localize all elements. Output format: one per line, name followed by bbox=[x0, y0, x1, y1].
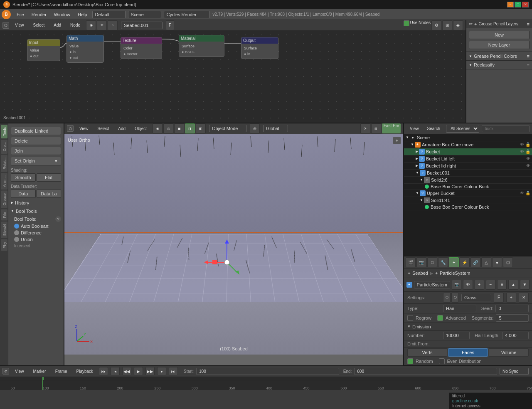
ps-camera-icon[interactable]: 📷 bbox=[452, 280, 461, 290]
join-button[interactable]: Join bbox=[11, 147, 61, 155]
random-check[interactable] bbox=[407, 358, 413, 364]
outliner-bucket-lid-right[interactable]: ▶ ▽ Bucket lid right 👁 bbox=[404, 163, 532, 170]
node-object-name[interactable]: Seabed.001 bbox=[121, 22, 163, 29]
scene-selector[interactable]: Scene bbox=[128, 11, 161, 18]
prop-icon-object[interactable]: □ bbox=[427, 257, 437, 267]
ps-eye-icon[interactable]: 👁 bbox=[463, 280, 473, 290]
delete-button[interactable]: Delete bbox=[11, 137, 61, 145]
object-menu[interactable]: Object bbox=[131, 126, 150, 132]
hair-length-field[interactable]: 4.000 bbox=[502, 332, 529, 339]
start-field[interactable]: 100 bbox=[196, 368, 339, 375]
draw-icon-1[interactable]: ◉ bbox=[153, 123, 163, 133]
regrow-check[interactable] bbox=[407, 315, 413, 321]
emit-volume-btn[interactable]: Volume bbox=[489, 348, 529, 357]
data-la-button[interactable]: Data La bbox=[37, 190, 62, 198]
play-button[interactable]: ▶ bbox=[134, 367, 143, 375]
outliner-upper-bucket[interactable]: ▼ ▽ Upper Bucket 👁 🔒 bbox=[404, 190, 532, 197]
outliner-solid26[interactable]: ▼ ○ Solid2:6 bbox=[404, 177, 532, 184]
gp-new-button[interactable]: New bbox=[469, 31, 530, 39]
close-button[interactable]: ✕ bbox=[522, 2, 529, 7]
minimize-button[interactable]: − bbox=[507, 2, 514, 7]
view-menu[interactable]: View bbox=[76, 126, 92, 132]
vtab-anim[interactable]: Anim... bbox=[1, 173, 7, 190]
menu-help[interactable]: Help bbox=[74, 11, 91, 18]
node-icon-1[interactable]: ◉ bbox=[86, 20, 96, 30]
outliner-armature[interactable]: ▼ ✦ Armature Box Core move 👁 🔒 bbox=[404, 141, 532, 148]
settings-f-btn[interactable]: F bbox=[494, 293, 504, 303]
global-dropdown[interactable]: Global bbox=[263, 125, 288, 132]
emit-verts-btn[interactable]: Verts bbox=[407, 348, 447, 357]
outliner-view[interactable]: View bbox=[406, 126, 422, 132]
play-forward[interactable]: ▶▶ bbox=[145, 367, 155, 375]
prop-icon-texture[interactable]: ⬡ bbox=[503, 257, 513, 267]
menu-render[interactable]: Render bbox=[28, 11, 50, 18]
play-backward[interactable]: ◀◀ bbox=[122, 367, 131, 375]
node-box-2[interactable]: Math Value ● in ● out bbox=[66, 35, 104, 63]
play-next-frame[interactable]: ▸ bbox=[157, 367, 166, 375]
node-view-menu[interactable]: View bbox=[12, 22, 27, 28]
draw-icon-2[interactable]: ◎ bbox=[163, 123, 173, 133]
node-box-3[interactable]: Texture Color ● Vector bbox=[121, 37, 162, 59]
mode-dropdown[interactable]: Object Mode bbox=[209, 125, 246, 132]
ps-remove-icon[interactable]: − bbox=[486, 280, 495, 290]
settings-icon-1[interactable]: ⬡ bbox=[443, 293, 451, 303]
ps-name-field[interactable]: ParticleSystem bbox=[414, 281, 450, 288]
ps-down-icon[interactable]: ▼ bbox=[520, 280, 530, 290]
ps-up-icon[interactable]: ▲ bbox=[508, 280, 518, 290]
smooth-button[interactable]: Smooth bbox=[11, 173, 36, 182]
outliner-bucket[interactable]: ▶ ▽ Bucket 👁 🔒 bbox=[404, 148, 532, 155]
bucket-eye[interactable]: 👁 🔒 bbox=[520, 149, 530, 154]
node-icon-c[interactable]: ◈ bbox=[453, 20, 463, 30]
outliner-search-btn[interactable]: Search bbox=[424, 126, 444, 132]
bool-tools-help[interactable]: ? bbox=[55, 216, 61, 222]
vtab-blend4[interactable]: Blend4 bbox=[1, 222, 7, 238]
viewport-canvas[interactable]: User Ortho + X Z Y (100) Seabed bbox=[64, 134, 403, 355]
node-box-1[interactable]: Input Value ● out bbox=[27, 39, 60, 61]
end-field[interactable]: 600 bbox=[354, 368, 497, 375]
gp-add-icon[interactable]: + bbox=[474, 22, 477, 27]
prop-icon-physics[interactable]: ⚡ bbox=[460, 257, 470, 267]
workspace-selector[interactable]: Default bbox=[92, 11, 126, 18]
settings-del-btn[interactable]: ✕ bbox=[519, 293, 529, 303]
tl-view-menu[interactable]: View bbox=[12, 368, 27, 375]
node-use-nodes-check[interactable] bbox=[404, 20, 409, 26]
select-menu[interactable]: Select bbox=[94, 126, 113, 132]
node-f-btn[interactable]: F bbox=[166, 20, 174, 30]
emission-header[interactable]: ▼ Emission bbox=[404, 323, 532, 331]
seed-field[interactable]: 0 bbox=[495, 305, 529, 312]
union-label[interactable]: Union bbox=[21, 237, 33, 242]
ps-add-icon[interactable]: + bbox=[475, 280, 484, 290]
number-value-field[interactable]: 10000 bbox=[443, 332, 470, 339]
all-scenes-dropdown[interactable]: All Scenes bbox=[446, 125, 479, 133]
draw-icon-5[interactable]: ◧ bbox=[196, 123, 206, 133]
vtab-create[interactable]: Cre... bbox=[1, 140, 7, 154]
menu-file[interactable]: File bbox=[13, 11, 27, 18]
vtab-phy[interactable]: Phy bbox=[1, 239, 7, 251]
outliner-base-box-2[interactable]: Base Box Corer Colour Buck bbox=[404, 204, 532, 210]
outliner-bucket001[interactable]: ▼ ○ Bucket.001 bbox=[404, 170, 532, 177]
maximize-button[interactable]: □ bbox=[515, 2, 521, 7]
play-prev-frame[interactable]: ◂ bbox=[111, 367, 120, 375]
prop-icon-scene[interactable]: 🎬 bbox=[406, 257, 416, 267]
menu-window[interactable]: Window bbox=[51, 11, 74, 18]
vp-icon-1[interactable]: ⟳ bbox=[360, 123, 370, 133]
draw-icon-3[interactable]: ◼ bbox=[174, 123, 184, 133]
node-select-menu[interactable]: Select bbox=[30, 22, 48, 28]
prop-icon-data[interactable]: △ bbox=[481, 257, 491, 267]
prop-icon-material[interactable]: ● bbox=[492, 257, 502, 267]
vtab-grease[interactable]: Grease bbox=[1, 191, 7, 208]
gp-reclassify-menu[interactable]: ≡ bbox=[527, 62, 530, 67]
armature-eye[interactable]: 👁 🔒 bbox=[520, 142, 530, 147]
pivot-icon[interactable]: ⊕ bbox=[250, 123, 260, 133]
delete-label[interactable]: Intersect bbox=[14, 244, 30, 248]
segments-field[interactable]: 5 bbox=[496, 314, 529, 322]
outliner-bucket-lid-left[interactable]: ▶ ▽ Bucket Lid left 👁 bbox=[404, 155, 532, 163]
gp-colors-menu[interactable]: ≡ bbox=[527, 54, 530, 59]
sync-dropdown[interactable]: No Sync bbox=[500, 368, 529, 375]
prop-icon-modifier[interactable]: 🔧 bbox=[438, 257, 448, 267]
node-icon-a[interactable]: ⚙ bbox=[431, 20, 441, 30]
flat-button[interactable]: Flat bbox=[37, 173, 62, 182]
play-start[interactable]: ⏮ bbox=[99, 367, 108, 375]
upper-bucket-eye[interactable]: 👁 🔒 bbox=[520, 191, 530, 195]
node-icon-b[interactable]: ⊞ bbox=[442, 20, 452, 30]
